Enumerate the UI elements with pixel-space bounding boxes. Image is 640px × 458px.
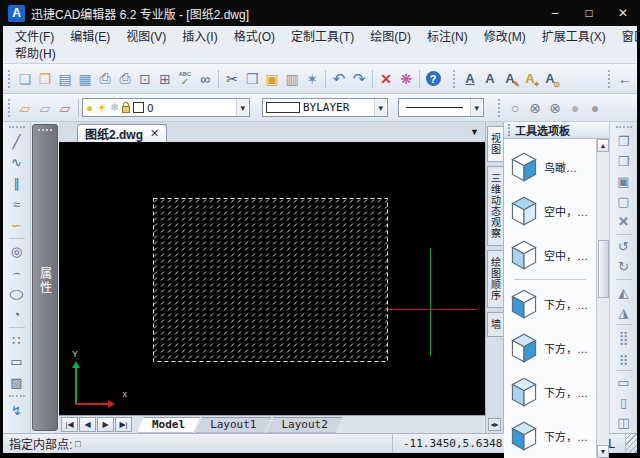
cut-icon[interactable]: ✂ [222,68,242,90]
drawing-canvas[interactable]: Y x [59,142,485,415]
palette-scrollbar[interactable]: ▴ ▾ [596,139,609,458]
dock-arrow-icon[interactable]: ← [615,68,635,90]
paste-special-icon[interactable]: ▥ [282,68,302,90]
circle-tool-icon[interactable]: ◎ [6,241,28,262]
scroll-up-icon[interactable]: ▴ [597,139,609,152]
redo-icon[interactable]: ↷ [349,68,369,90]
minimize-button[interactable]: – [538,0,572,26]
scale-icon[interactable]: ▭ [613,372,635,392]
construction-line-icon[interactable]: ∿ [6,152,28,173]
point-tool-icon[interactable]: ∷ [6,330,28,351]
layer-properties-icon[interactable]: ▱ [15,97,35,119]
copy-icon[interactable]: ❒ [242,68,262,90]
resize-grip[interactable] [625,434,637,453]
layer-thaw-icon[interactable]: ☀ [96,101,107,115]
palette-item-below3[interactable]: 下方，… [510,370,596,414]
revision-cloud-icon[interactable]: ↯ [6,400,28,421]
layer-freeze-icon[interactable]: ❄ [110,101,119,114]
find-icon[interactable]: ∞ [195,68,215,90]
text-color-icon[interactable]: A✦ [520,68,540,90]
copy-multiple-icon[interactable]: ❒ [613,151,635,171]
arc-tool-icon[interactable]: ⌢ [6,262,28,283]
menu-express-tools[interactable]: 扩展工具(X) [534,27,614,44]
save-as-icon[interactable]: ▦ [75,68,95,90]
polyline-icon[interactable]: ≈ [6,194,28,215]
tab-layout2[interactable]: Layout2 [266,417,342,433]
rotate-3d-icon[interactable]: ↻ [613,257,635,277]
smooth-shaded-icon[interactable]: ● [585,97,605,119]
tab-list-dropdown-icon[interactable]: ▼ [470,127,479,137]
erase-icon[interactable]: ✕ [376,68,396,90]
plot-icon[interactable]: ⎙ [115,68,135,90]
prev-tab-button[interactable]: ◀ [79,417,96,432]
menu-edit[interactable]: 编辑(E) [62,27,118,44]
erase-object-icon[interactable]: ✕ [613,212,635,232]
print-icon[interactable]: ⎙ [95,68,115,90]
tab-model[interactable]: Model [137,417,200,433]
layer-states-icon[interactable]: ▱ [35,97,55,119]
scrollbar-thumb[interactable] [598,240,609,298]
command-prompt[interactable]: 指定内部点: □ [3,435,392,452]
layer-select[interactable]: ● ☀ ❄ 0 ▾ [82,98,250,117]
spell-check-icon[interactable]: ABC ✓ [175,68,195,90]
menu-dimension[interactable]: 标注(N) [419,27,476,44]
open-icon[interactable]: ❐ [35,68,55,90]
mirror-3d-icon[interactable]: ◮ [613,302,635,322]
stretch-icon[interactable]: ▯ [613,393,635,413]
chevron-down-icon[interactable]: ▾ [470,99,482,116]
menu-view[interactable]: 视图(V) [118,27,174,44]
page-setup-icon[interactable]: ⊞ [155,68,175,90]
menu-custom-tools[interactable]: 定制工具(T) [283,27,362,44]
save-icon[interactable]: ▤ [55,68,75,90]
purge-icon[interactable]: ❋ [396,68,416,90]
flat-shaded-icon[interactable]: ● [565,97,585,119]
print-preview-icon[interactable]: ⊡ [135,68,155,90]
rotate-icon[interactable]: ↺ [613,237,635,257]
help-icon[interactable]: ? [423,68,443,90]
match-properties-icon[interactable]: ✶ [302,68,322,90]
copy-object-icon[interactable]: ❐ [613,131,635,151]
scale-text-icon[interactable]: A⊙ [540,68,560,90]
hatch-rectangle[interactable] [153,198,388,362]
menu-modify[interactable]: 修改(M) [476,27,534,44]
menu-insert[interactable]: 插入(I) [174,27,225,44]
tool-palette-header[interactable]: 工具选项板 [504,122,609,139]
palette-item-below1[interactable]: 下方，… [510,282,596,326]
mirror-icon[interactable]: ◭ [613,282,635,302]
close-tab-icon[interactable]: ✕ [150,127,159,140]
ellipse-arc-icon[interactable]: ◔ [6,304,28,325]
tab-drawing2[interactable]: 图纸2.dwg ✕ [77,124,167,142]
palette-tab-draw-order[interactable]: 绘图顺序 [487,250,503,308]
linetype-select[interactable]: ▾ [398,98,484,117]
hidden-lines-icon[interactable]: ⊗ [525,97,545,119]
scroll-right-icon[interactable]: ▸ [495,420,499,429]
first-tab-button[interactable]: |◀ [61,417,78,432]
new-icon[interactable]: ❏ [15,68,35,90]
chevron-down-icon[interactable]: ▾ [236,99,248,116]
close-button[interactable]: ✕ [606,0,640,26]
spline-icon[interactable]: ∽ [6,215,28,236]
hidden-shade-icon[interactable]: ⊗ [545,97,565,119]
menu-help[interactable]: 帮助(H) [7,44,64,61]
layer-previous-icon[interactable]: ▱ [55,97,75,119]
layer-on-icon[interactable]: ● [86,101,93,115]
array-icon[interactable]: ⣿ [613,327,635,347]
ellipse-tool-icon[interactable]: ◯ [6,286,28,301]
palette-item-birdseye[interactable]: 鸟瞰… [510,145,596,189]
menu-draw[interactable]: 绘图(D) [362,27,419,44]
wireframe-icon[interactable]: ○ [505,97,525,119]
layer-lock-icon[interactable] [122,106,130,113]
palette-tab-3d-orbit[interactable]: 三维动态观察 [487,166,503,246]
color-select[interactable]: BYLAYER ▾ [262,98,388,117]
palette-item-below4[interactable]: 下方，… [510,414,596,458]
line-tool-icon[interactable]: ╱ [6,131,28,152]
undo-icon[interactable]: ↶ [329,68,349,90]
palette-item-aerial1[interactable]: 空中，… [510,189,596,233]
menu-file[interactable]: 文件(F) [7,27,62,44]
palette-tab-views[interactable]: 视图 [487,126,503,162]
paste-icon[interactable]: ▣ [262,68,282,90]
palette-item-aerial2[interactable]: 空中，… [510,233,596,277]
text-style-icon[interactable]: A [460,68,480,90]
properties-panel-collapsed[interactable]: 属性 [32,124,58,431]
palette-tab-scroll[interactable]: ◂ ▸ [488,418,500,431]
